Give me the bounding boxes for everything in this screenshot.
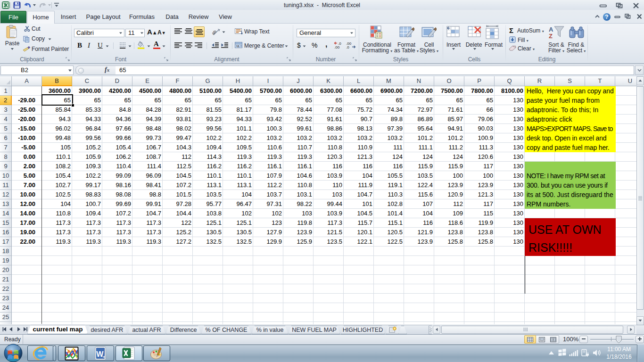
svg-text:Z: Z bbox=[549, 33, 553, 40]
svg-text:a: a bbox=[237, 44, 239, 48]
svg-text:.00: .00 bbox=[334, 45, 340, 49]
svg-text:ab: ab bbox=[212, 29, 217, 36]
svg-text:A: A bbox=[549, 26, 553, 33]
